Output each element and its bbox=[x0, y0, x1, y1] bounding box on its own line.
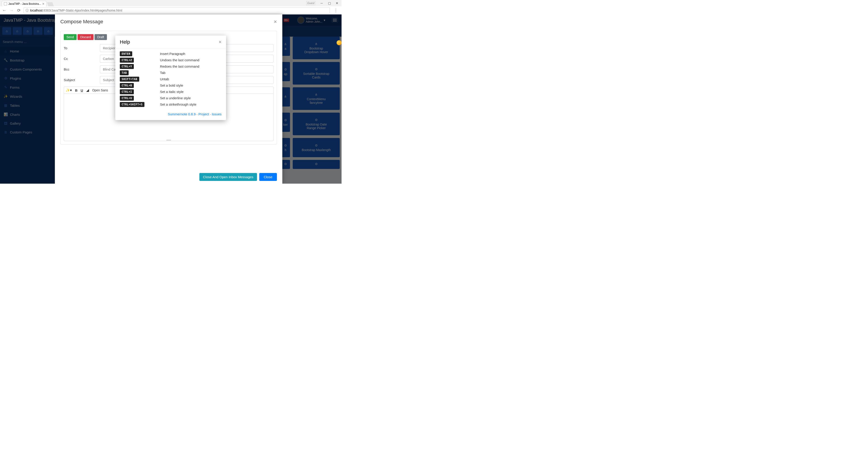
draft-button[interactable]: Draft bbox=[94, 34, 107, 40]
shortcut-key: CTRL+Z bbox=[120, 58, 134, 63]
address-bar: ← → ⟳ i localhost:8383/JavaTMP-Static-Aj… bbox=[0, 6, 342, 14]
project-link[interactable]: Project bbox=[198, 112, 209, 116]
guest-label: Guest bbox=[306, 1, 315, 5]
underline-button[interactable]: U bbox=[81, 88, 83, 92]
compose-close-button[interactable]: × bbox=[274, 19, 277, 25]
resize-handle-icon[interactable] bbox=[166, 140, 171, 141]
browser-menu-icon[interactable]: ⋮ bbox=[332, 8, 340, 13]
window-controls: Guest ─ ▢ ✕ bbox=[306, 1, 340, 5]
forward-button[interactable]: → bbox=[9, 8, 14, 13]
tab-bar: JavaTMP - Java Bootstra... × bbox=[0, 0, 342, 6]
cc-label: Cc bbox=[64, 57, 100, 61]
shortcut-desc: Undoes the last command bbox=[160, 58, 221, 62]
shortcut-desc: Set a italic style bbox=[160, 90, 221, 94]
issues-link[interactable]: Issues bbox=[212, 112, 221, 116]
shortcut-row: CTRL+SHIFT+SSet a strikethrough style bbox=[120, 102, 221, 106]
eraser-button[interactable]: ◢ bbox=[86, 88, 89, 92]
shortcut-key: ENTER bbox=[120, 51, 132, 56]
help-title: Help bbox=[120, 39, 130, 45]
shortcut-row: CTRL+BSet a bold style bbox=[120, 83, 221, 87]
close-button[interactable]: Close bbox=[259, 173, 277, 181]
shortcut-desc: Set a bold style bbox=[160, 83, 221, 87]
shortcut-row: SHIFT+TABUntab bbox=[120, 77, 221, 81]
shortcut-row: CTRL+ISet a italic style bbox=[120, 90, 221, 94]
shortcut-key: CTRL+SHIFT+S bbox=[120, 102, 145, 107]
close-open-inbox-button[interactable]: Close And Open Inbox Messages bbox=[199, 173, 257, 181]
help-modal: Help × ENTERInsert Paragraph CTRL+ZUndoe… bbox=[115, 35, 226, 120]
browser-chrome: JavaTMP - Java Bootstra... × Guest ─ ▢ ✕… bbox=[0, 0, 342, 14]
send-button[interactable]: Send bbox=[64, 34, 76, 40]
site-info-icon[interactable]: i bbox=[26, 9, 29, 12]
shortcut-desc: Tab bbox=[160, 71, 221, 75]
tab-title: JavaTMP - Java Bootstra... bbox=[8, 2, 41, 5]
shortcut-key: CTRL+B bbox=[120, 83, 134, 88]
help-footer: Summernote 0.8.9·Project·Issues bbox=[115, 110, 226, 120]
to-label: To bbox=[64, 46, 100, 50]
shortcut-row: ENTERInsert Paragraph bbox=[120, 52, 221, 56]
discard-button[interactable]: Discard bbox=[78, 34, 94, 40]
help-close-button[interactable]: × bbox=[219, 39, 221, 45]
notification-orb-icon[interactable] bbox=[337, 40, 342, 45]
shortcut-row: CTRL+USet a underline style bbox=[120, 96, 221, 100]
subject-label: Subject bbox=[64, 78, 100, 82]
compose-title: Compose Message bbox=[60, 19, 103, 25]
shortcut-row: CTRL+YRedoes the last command bbox=[120, 64, 221, 68]
shortcut-key: SHIFT+TAB bbox=[120, 77, 139, 82]
bold-button[interactable]: B bbox=[75, 88, 78, 92]
font-family-selector[interactable]: Open Sans bbox=[92, 88, 108, 92]
shortcut-key: CTRL+Y bbox=[120, 64, 134, 69]
bcc-label: Bcc bbox=[64, 67, 100, 71]
browser-tab[interactable]: JavaTMP - Java Bootstra... × bbox=[2, 1, 46, 6]
url-path: :8383/JavaTMP-Static-Ajax/index.html#pag… bbox=[42, 8, 122, 12]
shortcut-desc: Set a strikethrough style bbox=[160, 103, 221, 106]
shortcut-desc: Set a underline style bbox=[160, 96, 221, 100]
shortcut-key: CTRL+I bbox=[120, 89, 134, 94]
url-input[interactable]: i localhost:8383/JavaTMP-Static-Ajax/ind… bbox=[24, 7, 330, 13]
magic-button[interactable]: ✨▾ bbox=[66, 88, 72, 92]
favicon-icon bbox=[4, 2, 7, 5]
reload-button[interactable]: ⟳ bbox=[16, 8, 21, 13]
minimize-button[interactable]: ─ bbox=[318, 1, 325, 5]
back-button[interactable]: ← bbox=[2, 8, 7, 13]
shortcut-key: CTRL+U bbox=[120, 96, 134, 100]
summernote-link[interactable]: Summernote 0.8.9 bbox=[168, 112, 195, 116]
shortcut-desc: Redoes the last command bbox=[160, 64, 221, 68]
tab-close-icon[interactable]: × bbox=[42, 2, 44, 6]
shortcut-desc: Untab bbox=[160, 77, 221, 81]
close-window-button[interactable]: ✕ bbox=[334, 1, 340, 5]
shortcut-row: CTRL+ZUndoes the last command bbox=[120, 58, 221, 62]
url-host: localhost bbox=[30, 8, 42, 12]
shortcut-row: TABTab bbox=[120, 70, 221, 75]
new-tab-button[interactable] bbox=[47, 2, 54, 6]
app-container: JavaTMP - Java Bootstrap Template 🌐 Engl… bbox=[0, 14, 342, 184]
shortcut-key: TAB bbox=[120, 70, 129, 75]
shortcut-desc: Insert Paragraph bbox=[160, 52, 221, 56]
maximize-button[interactable]: ▢ bbox=[326, 1, 333, 5]
help-body[interactable]: ENTERInsert Paragraph CTRL+ZUndoes the l… bbox=[115, 49, 226, 110]
